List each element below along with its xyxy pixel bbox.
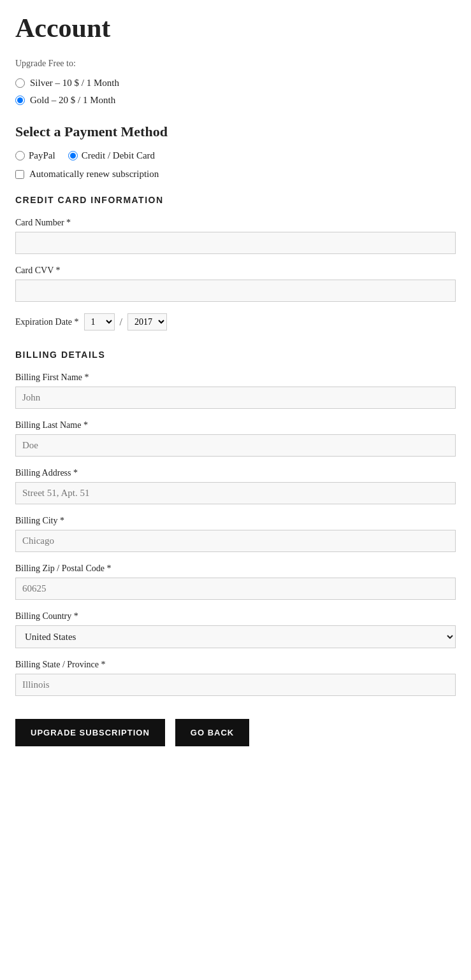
address-group: Billing Address * [15,468,456,504]
state-group: Billing State / Province * [15,660,456,696]
paypal-option[interactable]: PayPal [15,150,55,161]
auto-renew-label: Automatically renew subscription [29,169,159,180]
last-name-label: Billing Last Name * [15,420,456,430]
billing-header: BILLING DETAILS [15,350,456,360]
zip-label: Billing Zip / Postal Code * [15,564,456,574]
first-name-label: Billing First Name * [15,373,456,383]
state-input[interactable] [15,674,456,696]
zip-group: Billing Zip / Postal Code * [15,564,456,600]
last-name-group: Billing Last Name * [15,420,456,457]
country-select[interactable]: United States Canada United Kingdom Aust… [15,625,456,648]
card-number-label: Card Number * [15,218,456,228]
card-cvv-group: Card CVV * [15,266,456,302]
address-label: Billing Address * [15,468,456,478]
card-number-input[interactable] [15,232,456,254]
city-label: Billing City * [15,516,456,526]
expiration-row: Expiration Date * 1 2 3 4 5 6 7 8 9 10 1… [15,313,456,330]
city-input[interactable] [15,530,456,552]
expiration-month-select[interactable]: 1 2 3 4 5 6 7 8 9 10 11 12 [84,313,115,330]
silver-label: Silver – 10 $ / 1 Month [30,78,119,89]
zip-input[interactable] [15,578,456,600]
gold-label: Gold – 20 $ / 1 Month [30,95,115,106]
paypal-radio[interactable] [15,151,25,160]
first-name-group: Billing First Name * [15,373,456,409]
gold-option[interactable]: Gold – 20 $ / 1 Month [15,95,456,106]
upgrade-label: Upgrade Free to: [15,59,456,69]
expiration-slash: / [120,316,122,328]
card-cvv-label: Card CVV * [15,266,456,276]
billing-section: BILLING DETAILS Billing First Name * Bil… [15,350,456,696]
address-input[interactable] [15,482,456,504]
paypal-label: PayPal [29,150,55,161]
upgrade-subscription-button[interactable]: UPGRADE SUBSCRIPTION [15,719,165,746]
go-back-button[interactable]: GO BACK [175,719,249,746]
card-cvv-input[interactable] [15,280,456,302]
auto-renew-row[interactable]: Automatically renew subscription [15,169,456,180]
credit-radio[interactable] [68,151,78,160]
last-name-input[interactable] [15,434,456,457]
silver-radio[interactable] [15,78,25,88]
payment-section-title: Select a Payment Method [15,124,456,140]
gold-radio[interactable] [15,96,25,105]
silver-option[interactable]: Silver – 10 $ / 1 Month [15,78,456,89]
page-title: Account [15,13,456,43]
country-label: Billing Country * [15,611,456,621]
credit-label: Credit / Debit Card [82,150,155,161]
credit-option[interactable]: Credit / Debit Card [68,150,155,161]
payment-methods: PayPal Credit / Debit Card [15,150,456,161]
state-label: Billing State / Province * [15,660,456,670]
first-name-input[interactable] [15,387,456,409]
country-group: Billing Country * United States Canada U… [15,611,456,648]
auto-renew-checkbox[interactable] [15,170,24,179]
button-row: UPGRADE SUBSCRIPTION GO BACK [15,719,456,746]
credit-card-header: CREDIT CARD INFORMATION [15,195,456,205]
city-group: Billing City * [15,516,456,552]
card-number-group: Card Number * [15,218,456,254]
expiration-label: Expiration Date * [15,317,79,327]
expiration-year-select[interactable]: 2017 2018 2019 2020 2021 2022 2023 2024 … [127,313,167,330]
upgrade-options: Silver – 10 $ / 1 Month Gold – 20 $ / 1 … [15,78,456,106]
